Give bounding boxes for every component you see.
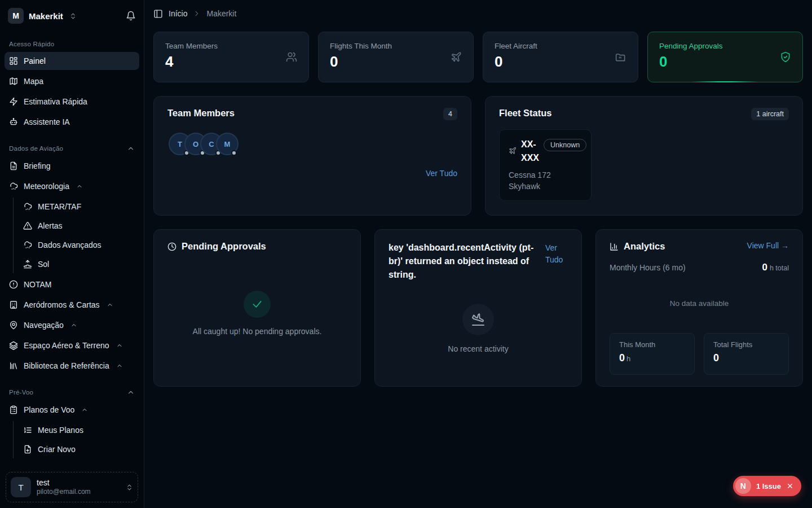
recent-activity-card: key 'dashboard.recentActivity (pt-br)' r…: [374, 229, 582, 387]
shield-check-icon: [780, 51, 791, 63]
building-icon: [9, 300, 18, 309]
mini-value-unit: h: [626, 354, 630, 363]
nextjs-logo-icon: N: [735, 478, 751, 494]
chevron-up-icon: [127, 388, 135, 396]
sidebar-item-mapa[interactable]: Mapa: [5, 72, 139, 90]
empty-message: All caught up! No pending approvals.: [193, 327, 322, 336]
card-title: Fleet Status: [499, 108, 552, 119]
sidebar-item-assistente-ia[interactable]: Assistente IA: [5, 113, 139, 131]
sidebar-item-label: Sol: [38, 260, 49, 269]
chevrons-up-down-icon: [69, 12, 77, 20]
sidebar-item-label: Meteorologia: [24, 182, 69, 191]
user-menu[interactable]: T test piloto@email.com: [6, 472, 138, 502]
check-circle: [244, 291, 271, 318]
breadcrumb-current: Makerkit: [206, 9, 236, 18]
aircraft-status-badge: Unknown: [544, 139, 586, 151]
stat-card-fleet-aircraft[interactable]: Fleet Aircraft 0: [483, 32, 638, 82]
stat-card-flights-this-month[interactable]: Flights This Month 0: [318, 32, 474, 82]
stat-value: 0: [659, 53, 791, 71]
file-plus-icon: [23, 445, 32, 454]
sidebar-item-label: Dados Avançados: [38, 240, 102, 249]
sidebar-item-metar-taf[interactable]: METAR/TAF: [19, 198, 139, 216]
sidebar-item-label: Alertas: [38, 221, 63, 230]
stat-label: Team Members: [165, 42, 297, 50]
sidebar-item-dados-avancados[interactable]: Dados Avançados: [19, 236, 139, 254]
stat-label: Flights This Month: [330, 42, 462, 50]
section-label: Dados de Aviação: [9, 145, 63, 152]
stat-card-team-members[interactable]: Team Members 4: [153, 32, 309, 82]
empty-message: No recent activity: [448, 344, 508, 353]
sidebar-item-biblioteca-referencia[interactable]: Biblioteca de Referência: [5, 357, 139, 375]
sidebar-item-label: Meus Planos: [38, 426, 83, 435]
sidebar-item-criar-novo[interactable]: Criar Novo: [19, 440, 139, 458]
mini-stat-label: Total Flights: [713, 340, 779, 349]
chevron-right-icon: [193, 10, 201, 17]
alert-circle-icon: [9, 280, 18, 289]
status-dot: [231, 150, 237, 156]
alert-triangle-icon: [23, 221, 32, 230]
view-all-link[interactable]: Ver Tudo: [426, 169, 457, 178]
sidebar-item-navegacao[interactable]: Navegação: [5, 316, 139, 334]
section-label: Acesso Rápido: [9, 41, 54, 47]
sidebar-item-meus-planos[interactable]: Meus Planos: [19, 421, 139, 439]
dev-issues-badge[interactable]: N 1 Issue: [733, 476, 801, 496]
aircraft-model: Cessna 172 Skyhawk: [509, 169, 571, 192]
aircraft-card[interactable]: XX-XXX Unknown Cessna 172 Skyhawk: [499, 129, 592, 201]
sidebar-item-planos-de-voo[interactable]: Planos de Voo: [5, 401, 139, 419]
analytics-mini-stats: This Month 0h Total Flights 0: [610, 333, 789, 375]
total-unit: h total: [770, 264, 789, 272]
notifications-bell-icon[interactable]: [126, 11, 136, 21]
issue-count-label: 1 Issue: [756, 482, 781, 491]
sidebar-item-notam[interactable]: NOTAM: [5, 275, 139, 294]
chevron-up-icon: [127, 144, 135, 152]
sidebar-item-meteorologia[interactable]: Meteorologia: [5, 177, 139, 195]
plane-landing-icon: [471, 313, 485, 326]
main-content: Início Makerkit Team Members 4 Flights T…: [144, 0, 812, 508]
section-label: Pré-Voo: [9, 389, 33, 396]
sidebar-toggle-icon[interactable]: [153, 9, 163, 19]
stats-row: Team Members 4 Flights This Month 0 Flee…: [153, 32, 803, 82]
zap-icon: [9, 97, 18, 106]
section-pre-voo[interactable]: Pré-Voo: [5, 377, 139, 401]
section-dados-de-aviacao[interactable]: Dados de Aviação: [5, 133, 139, 157]
team-members-card: Team Members 4 T O C M Ver Tudo: [153, 96, 471, 216]
stat-value: 4: [165, 53, 297, 71]
stat-label: Pending Approvals: [659, 42, 791, 50]
view-all-link[interactable]: Ver Tudo: [545, 242, 568, 266]
sidebar: M Makerkit Acesso Rápido Painel Mapa Est…: [0, 0, 144, 508]
view-full-link[interactable]: View Full →: [747, 241, 789, 250]
mini-stat-value: 0h: [619, 352, 685, 364]
member-avatar[interactable]: M: [216, 133, 239, 155]
mini-value-number: 0: [713, 352, 719, 364]
sidebar-item-sol[interactable]: Sol: [19, 255, 139, 273]
close-icon[interactable]: [786, 482, 794, 490]
count-badge: 4: [443, 108, 457, 120]
chevron-up-icon: [116, 342, 123, 349]
workspace-selector[interactable]: M Makerkit: [0, 0, 144, 29]
breadcrumb-home[interactable]: Início: [169, 9, 187, 18]
sidebar-item-espaco-aereo-terreno[interactable]: Espaço Aéreo & Terreno: [5, 336, 139, 354]
check-icon: [251, 299, 263, 310]
sidebar-item-briefing[interactable]: Briefing: [5, 157, 139, 175]
layers-icon: [9, 341, 18, 350]
pending-approvals-card: Pending Approvals All caught up! No pend…: [153, 229, 361, 387]
sidebar-item-aerodromos-cartas[interactable]: Aeródromos & Cartas: [5, 296, 139, 314]
sidebar-item-painel[interactable]: Painel: [5, 52, 139, 70]
sidebar-item-alertas[interactable]: Alertas: [19, 217, 139, 235]
cloud-drizzle-icon: [23, 240, 32, 249]
sidebar-item-label: METAR/TAF: [38, 202, 81, 211]
card-title: Analytics: [624, 241, 665, 252]
section-acesso-rapido: Acesso Rápido: [5, 29, 139, 52]
sidebar-item-label: Biblioteca de Referência: [24, 361, 109, 370]
sidebar-item-label: Planos de Voo: [24, 405, 74, 414]
stat-card-pending-approvals[interactable]: Pending Approvals 0: [647, 32, 803, 82]
fleet-status-card: Fleet Status 1 aircraft XX-XXX Unknown C…: [485, 96, 803, 216]
sidebar-item-label: Navegação: [24, 321, 64, 330]
cloud-drizzle-icon: [23, 202, 32, 211]
bot-icon: [9, 117, 18, 126]
sidebar-item-label: Espaço Aéreo & Terreno: [24, 341, 109, 350]
row-3: Pending Approvals All caught up! No pend…: [153, 229, 803, 387]
planos-subgroup: Meus Planos Criar Novo: [13, 421, 139, 458]
sidebar-item-estimativa-rapida[interactable]: Estimativa Rápida: [5, 93, 139, 111]
user-avatar: T: [11, 477, 31, 497]
